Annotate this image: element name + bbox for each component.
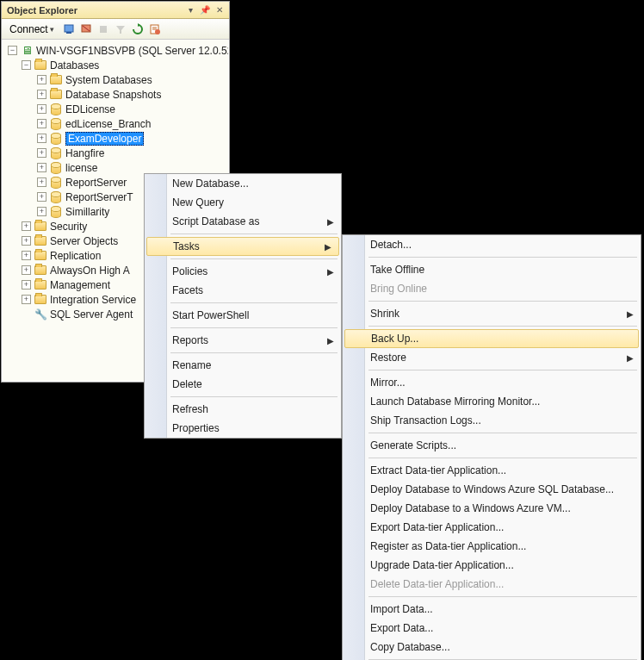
expand-icon[interactable]: + — [22, 295, 31, 304]
menu-item[interactable]: Start PowerShell — [145, 306, 341, 325]
menu-item[interactable]: Tasks▶ — [146, 237, 339, 256]
tree-item-label: EDLicense — [65, 103, 115, 115]
tree-item[interactable]: +Database Snapshots — [3, 87, 228, 102]
tree-databases-label: Databases — [50, 59, 99, 72]
tree-item[interactable]: +Hangfire — [3, 146, 228, 160]
collapse-icon[interactable]: − — [22, 60, 31, 70]
server-connect-icon[interactable] — [61, 22, 77, 37]
menu-item-label: Launch Database Mirroring Monitor... — [370, 395, 540, 408]
menu-item-label: Delete — [172, 378, 202, 390]
menu-item[interactable]: Reports▶ — [145, 331, 341, 350]
menu-separator — [368, 370, 637, 370]
menu-item[interactable]: Extract Data-tier Application... — [343, 461, 641, 480]
stop-icon[interactable] — [96, 22, 111, 37]
menu-item[interactable]: Facets — [145, 281, 341, 300]
spacer — [22, 309, 31, 319]
menu-item-label: Start PowerShell — [172, 309, 249, 321]
expand-icon[interactable]: + — [37, 207, 46, 216]
expand-icon[interactable]: + — [22, 251, 31, 260]
tree-root-node[interactable]: − 🖥 WIN-VSGF1NBSVPB (SQL Server 12.0.52 — [3, 43, 228, 58]
database-icon — [49, 190, 63, 204]
expand-icon[interactable]: + — [37, 90, 46, 99]
menu-item-label: Deploy Database to a Windows Azure VM... — [370, 502, 571, 514]
expand-icon[interactable]: + — [37, 148, 46, 158]
expand-icon[interactable]: + — [37, 134, 46, 143]
svg-rect-1 — [66, 32, 71, 34]
context-menu-tasks[interactable]: Detach...Take OfflineBring OnlineShrink▶… — [342, 234, 641, 660]
submenu-arrow-icon: ▶ — [627, 309, 634, 319]
menu-item[interactable]: Delete — [145, 375, 341, 394]
menu-item[interactable]: Deploy Database to Windows Azure SQL Dat… — [343, 480, 641, 499]
toolbar-connect-label: Connect — [9, 23, 48, 35]
database-icon — [49, 146, 63, 160]
close-icon[interactable]: ✕ — [214, 4, 226, 16]
menu-item[interactable]: Deploy Database to a Windows Azure VM... — [343, 499, 641, 518]
submenu-arrow-icon: ▶ — [627, 353, 634, 363]
menu-separator — [368, 433, 637, 433]
tree-item[interactable]: +System Databases — [3, 72, 228, 87]
expand-icon[interactable]: + — [22, 221, 31, 231]
expand-icon[interactable]: + — [22, 236, 31, 246]
menu-item[interactable]: Upgrade Data-tier Application... — [343, 556, 641, 575]
tree-item-label: edLicense_Branch — [65, 118, 151, 130]
menu-item[interactable]: New Database... — [145, 174, 341, 193]
tree-item-label: Management — [50, 279, 110, 291]
panel-titlebar[interactable]: Object Explorer ▾ 📌 ✕ — [2, 2, 229, 19]
expand-icon[interactable]: + — [22, 280, 31, 290]
expand-icon[interactable]: + — [37, 104, 46, 114]
tree-item[interactable]: +EDLicense — [3, 102, 228, 116]
menu-item-label: Upgrade Data-tier Application... — [370, 559, 514, 571]
menu-item[interactable]: Back Up... — [344, 329, 639, 348]
tree-item-label: Integration Service — [50, 294, 136, 306]
menu-item[interactable]: Register as Data-tier Application... — [343, 537, 641, 556]
filter-icon[interactable] — [113, 22, 128, 37]
menu-separator — [368, 301, 637, 302]
menu-item[interactable]: Import Data... — [343, 600, 641, 619]
server-icon: 🖥 — [20, 44, 34, 58]
script-icon[interactable] — [147, 22, 163, 37]
tree-item[interactable]: +ExamDeveloper — [3, 131, 228, 146]
menu-item[interactable]: Take Offline — [343, 260, 641, 279]
folder-icon — [34, 234, 47, 248]
tree-databases-node[interactable]: − Databases — [3, 58, 228, 72]
menu-item-label: Copy Database... — [370, 641, 450, 653]
expand-icon[interactable]: + — [37, 163, 46, 172]
menu-item-label: Generate Scripts... — [370, 439, 456, 451]
menu-item[interactable]: Launch Database Mirroring Monitor... — [343, 392, 641, 411]
expand-icon[interactable]: + — [37, 177, 46, 187]
menu-item[interactable]: Export Data... — [343, 619, 641, 638]
tree-item[interactable]: +edLicense_Branch — [3, 116, 228, 131]
pin-icon[interactable]: 📌 — [199, 4, 211, 16]
menu-item[interactable]: Restore▶ — [343, 348, 641, 367]
database-icon — [49, 205, 63, 219]
expand-icon[interactable]: + — [22, 265, 31, 275]
expand-icon[interactable]: + — [37, 75, 46, 84]
menu-item-label: Tasks — [173, 240, 200, 252]
refresh-icon[interactable] — [130, 22, 146, 37]
tree-item-label: AlwaysOn High A — [50, 265, 130, 277]
collapse-icon[interactable]: − — [8, 46, 17, 55]
folder-icon — [34, 59, 47, 72]
menu-item[interactable]: Shrink▶ — [343, 304, 641, 323]
menu-item[interactable]: Rename — [145, 356, 341, 375]
menu-item[interactable]: Detach... — [343, 235, 641, 254]
menu-item[interactable]: Copy Database... — [343, 638, 641, 657]
menu-item[interactable]: Properties — [145, 419, 341, 438]
expand-icon[interactable]: + — [37, 119, 46, 128]
server-disconnect-icon[interactable] — [78, 22, 94, 37]
dropdown-icon[interactable]: ▾ — [184, 4, 196, 16]
connect-button[interactable]: Connect ▾ — [5, 22, 59, 37]
menu-item[interactable]: Policies▶ — [145, 262, 341, 281]
menu-item[interactable]: Mirror... — [343, 373, 641, 392]
menu-item[interactable]: Export Data-tier Application... — [343, 518, 641, 537]
expand-icon[interactable]: + — [37, 192, 46, 202]
menu-item[interactable]: Generate Scripts... — [343, 436, 641, 455]
context-menu-database[interactable]: New Database...New QueryScript Database … — [144, 173, 342, 439]
submenu-arrow-icon: ▶ — [327, 217, 334, 227]
tree-item-label: license — [65, 162, 97, 174]
menu-item[interactable]: Script Database as▶ — [145, 212, 341, 231]
menu-item[interactable]: Refresh — [145, 400, 341, 419]
menu-item[interactable]: Ship Transaction Logs... — [343, 411, 641, 430]
menu-item[interactable]: New Query — [145, 193, 341, 212]
database-icon — [49, 176, 63, 190]
